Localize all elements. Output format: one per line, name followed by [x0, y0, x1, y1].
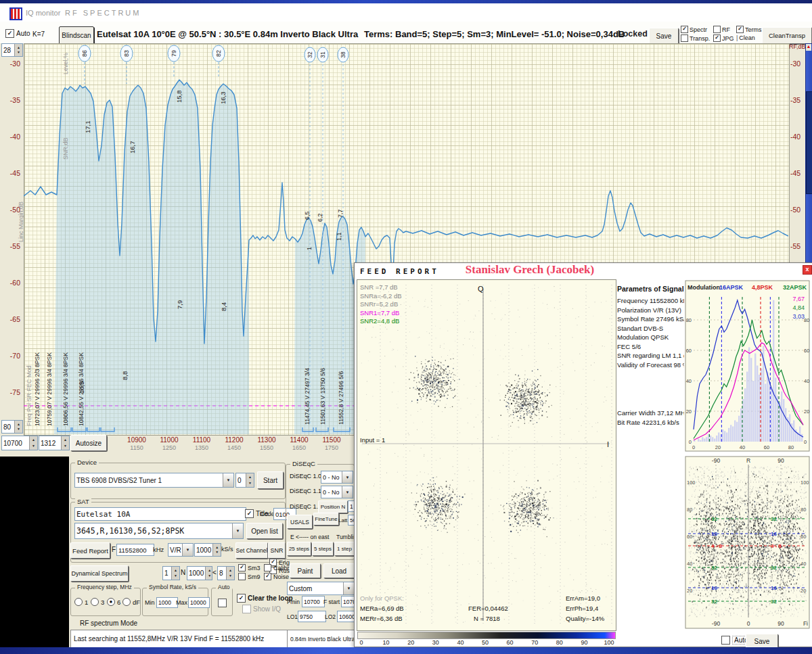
radio-1mhz[interactable]: 1 — [74, 598, 88, 606]
radio-6mhz[interactable]: ●6 — [107, 598, 120, 606]
steps25-button[interactable]: 25 steps — [287, 542, 311, 556]
checkbox-box[interactable]: ✓ — [681, 26, 688, 33]
y-tick-right: -40 — [790, 133, 807, 141]
dyn-8-spinner[interactable]: 8▲▼ — [217, 566, 235, 580]
transponder-label: 10842,55 V 29996 3/4 8PSK — [78, 318, 85, 426]
scale-number: 10 — [378, 639, 394, 646]
symbolrate-spinner[interactable]: 1000▲▼ — [194, 543, 221, 557]
calibr-checkbox[interactable]: Calibr — [264, 564, 290, 571]
feed-save-button[interactable]: Save — [746, 634, 778, 649]
scale-number: 50 — [477, 639, 493, 646]
fmin-field[interactable]: 10700 — [302, 596, 325, 607]
paint-button[interactable]: Paint — [290, 563, 321, 578]
span-spinner[interactable]: 1312▲▼ — [39, 436, 70, 450]
svg-text:40: 40 — [687, 561, 692, 567]
start-freq-spinner[interactable]: 10700▲▼ — [1, 436, 38, 450]
svg-text:0: 0 — [689, 439, 692, 445]
code-label: Code — [260, 511, 275, 517]
snr-button[interactable]: SNR — [268, 542, 286, 559]
param-line: Modulation QPSK — [617, 333, 669, 341]
show-iq-checkbox[interactable]: Show I/Q — [242, 605, 281, 613]
lo1-field[interactable]: 9750 — [298, 611, 326, 622]
set-channel-button[interactable]: Set Channel — [235, 542, 268, 559]
frequency-field[interactable]: 11552800 — [116, 544, 154, 556]
param-line: Standart DVB-S — [617, 325, 663, 332]
dyn-count-spinner[interactable]: 1▲▼ — [162, 566, 180, 580]
step1-button[interactable]: 1 step — [334, 542, 355, 556]
finetune-button[interactable]: FineTune — [313, 513, 339, 525]
dyn-n-spinner[interactable]: 1000▲▼ — [187, 566, 212, 580]
level-top-spinner[interactable]: 28▲▼ — [1, 43, 23, 57]
feed-report-button[interactable]: Feed Report — [70, 542, 110, 559]
svg-text:16APSK: 16APSK — [719, 284, 744, 291]
open-list-button[interactable]: Open list — [246, 523, 283, 539]
view-title: RF SPECTRUM — [65, 9, 141, 17]
scroll-up-icon[interactable]: ▲ — [806, 44, 811, 51]
peak-margin-value: 7,9 — [176, 291, 183, 309]
radio-df[interactable]: dF — [122, 598, 140, 606]
svg-text:80: 80 — [686, 317, 692, 323]
n-label: N — [181, 569, 185, 576]
x-tick-rf: 11200 — [222, 436, 246, 444]
scrollbar-thumb[interactable] — [806, 91, 812, 194]
min-field[interactable]: 1000 — [156, 597, 178, 608]
channel-combo[interactable]: 3645,R,16130,56,S2;8PSK▼ — [74, 523, 244, 539]
checkbox-box[interactable] — [713, 26, 721, 33]
max-field[interactable]: 10000 — [188, 597, 210, 608]
polarization-combo[interactable]: V/R▼ — [168, 543, 194, 557]
load-button[interactable]: Load — [323, 563, 355, 578]
svg-text:32: 32 — [307, 51, 313, 58]
x-tick-if: 1250 — [159, 444, 179, 451]
y-tick-right: -30 — [790, 60, 807, 68]
cleantransp-button[interactable]: CleanTransp — [762, 27, 812, 44]
diseqc10-combo[interactable]: 0 - No▼ — [321, 471, 353, 484]
level-bottom-spinner[interactable]: 80▲▼ — [1, 420, 23, 434]
sm9-checkbox[interactable]: Sm9 — [238, 573, 261, 580]
checkbox-box[interactable]: ✓ — [713, 34, 721, 42]
diseqc12-label: DiSEqC 1.2 — [290, 503, 321, 510]
x-tick-rf: 11400 — [287, 436, 311, 444]
toolbar-check-clean[interactable]: |Clean — [736, 34, 755, 41]
feed-report-author: Stanislav Grech (Jacobek) — [444, 263, 616, 277]
param-line: Carrier Width 37,12 MHz — [617, 409, 689, 417]
save-button[interactable]: Save — [649, 28, 679, 44]
usals-button[interactable]: USALS — [287, 515, 313, 529]
start-button[interactable]: Start — [257, 471, 284, 489]
position-n-button[interactable]: Position N — [318, 500, 348, 513]
auto-sr-checkbox[interactable] — [218, 599, 227, 607]
x-tick-if: 1650 — [289, 444, 309, 451]
tuner-index-spinner[interactable]: 0▲▼ — [235, 473, 254, 488]
toolbar-check-jpg[interactable]: ✓JPG — [713, 34, 734, 42]
diseqc11-combo[interactable]: 0 - No▼ — [321, 486, 353, 498]
toolbar-check-rf[interactable]: RF — [713, 26, 730, 33]
checkbox-label: Terms — [745, 26, 762, 33]
toolbar-check-spectr[interactable]: ✓Spectr — [681, 26, 707, 33]
quality-value: Quality=-14% — [566, 615, 604, 622]
scale-number: 70 — [526, 639, 543, 646]
tuner-combo[interactable]: TBS 6908 DVBS/S2 Tuner 1▼ — [74, 473, 234, 488]
svg-text:100: 100 — [687, 480, 696, 486]
scale-number: 20 — [403, 639, 419, 646]
checkbox-box[interactable] — [681, 34, 688, 42]
sat-name-field[interactable]: Eutelsat 10A — [74, 507, 246, 521]
locked-status: Locked — [618, 29, 648, 39]
toolbar-check-transp.[interactable]: Transp. — [681, 34, 710, 42]
x-tick-if: 1550 — [256, 444, 277, 451]
toolbar-check-terms[interactable]: ✓Terms — [736, 26, 762, 33]
blindscan-button[interactable]: Blindscan — [59, 26, 94, 45]
close-icon[interactable]: x — [803, 265, 812, 275]
dynamical-spectrum-button[interactable]: Dynamical Spectrum — [70, 565, 129, 582]
svg-text:0: 0 — [747, 620, 750, 627]
sm3-checkbox[interactable]: ✓Sm3 — [238, 564, 261, 571]
svg-text:-90: -90 — [712, 457, 721, 464]
steps5-button[interactable]: 5 steps — [312, 542, 334, 556]
radio-3mhz[interactable]: 3 — [91, 598, 104, 606]
x-tick-rf: 11100 — [189, 436, 214, 444]
divider: | — [736, 34, 738, 41]
clear-loop-checkbox[interactable]: ✓Clear the loop — [237, 594, 293, 603]
noise-checkbox[interactable]: ✓Noise — [264, 573, 289, 580]
custom-combo[interactable]: Custom▼ — [287, 582, 355, 595]
auto-checkbox[interactable]: ✓ Auto — [5, 29, 30, 38]
autosize-button[interactable]: Autosize — [70, 435, 107, 451]
checkbox-box[interactable]: ✓ — [736, 26, 744, 33]
